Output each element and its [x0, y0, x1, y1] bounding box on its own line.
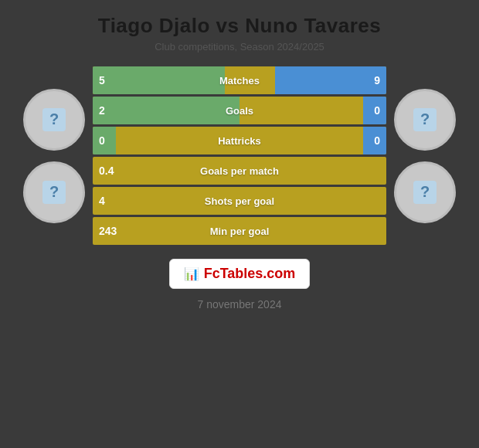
stat-bar-right-0 — [275, 66, 386, 94]
stat-val-left-1: 2 — [99, 104, 105, 117]
right-avatar-placeholder-2: ? — [413, 181, 437, 204]
left-player-section: ? ? — [15, 89, 93, 223]
right-player-avatar: ? — [394, 89, 456, 151]
subtitle: Club competitions, Season 2024/2025 — [98, 41, 382, 53]
stat-val-left-2: 0 — [99, 134, 105, 147]
stat-val-left-5: 243 — [99, 225, 117, 237]
stat-val-left-3: 0.4 — [99, 165, 114, 177]
stat-label-0: Matches — [219, 75, 260, 87]
bottom-section: 📊 FcTables.com 7 november 2024 — [169, 245, 311, 311]
right-avatar-placeholder: ? — [413, 108, 437, 131]
stat-label-1: Goals — [226, 105, 253, 117]
right-player-section: ? ? — [386, 89, 464, 223]
left-player-avatar-2: ? — [23, 161, 85, 223]
stat-bar-left-1 — [93, 97, 240, 124]
main-title: Tiago Djalo vs Nuno Tavares — [98, 14, 382, 38]
right-player-avatar-2: ? — [394, 161, 456, 223]
stat-row-shots-per-goal: 4Shots per goal — [93, 187, 386, 215]
left-avatar-placeholder: ? — [42, 108, 66, 131]
stat-row-matches: 59Matches — [93, 66, 386, 94]
stat-val-left-0: 5 — [99, 74, 105, 87]
stat-val-right-1: 0 — [374, 104, 380, 117]
stat-row-min-per-goal: 243Min per goal — [93, 217, 386, 245]
fctables-icon: 📊 — [184, 266, 199, 281]
stat-bar-left-0 — [93, 66, 225, 94]
stat-label-3: Goals per match — [200, 165, 279, 177]
comparison-area: ? ? 59Matches20Goals00Hattricks0.4Goals … — [0, 66, 479, 245]
fctables-logo: 📊 FcTables.com — [169, 259, 311, 289]
stat-label-2: Hattricks — [218, 135, 261, 147]
stat-label-4: Shots per goal — [205, 195, 274, 207]
left-avatar-placeholder-2: ? — [42, 181, 66, 204]
stat-val-right-0: 9 — [374, 74, 380, 87]
stat-val-right-2: 0 — [374, 134, 380, 147]
stat-val-left-4: 4 — [99, 195, 105, 207]
fctables-text: FcTables.com — [204, 266, 296, 282]
stat-row-goals-per-match: 0.4Goals per match — [93, 157, 386, 185]
header: Tiago Djalo vs Nuno Tavares Club competi… — [90, 0, 389, 59]
stat-label-5: Min per goal — [210, 226, 270, 237]
left-player-avatar: ? — [23, 89, 85, 151]
date-text: 7 november 2024 — [198, 298, 282, 311]
stats-section: 59Matches20Goals00Hattricks0.4Goals per … — [93, 66, 386, 245]
stat-row-goals: 20Goals — [93, 97, 386, 124]
stat-row-hattricks: 00Hattricks — [93, 127, 386, 154]
